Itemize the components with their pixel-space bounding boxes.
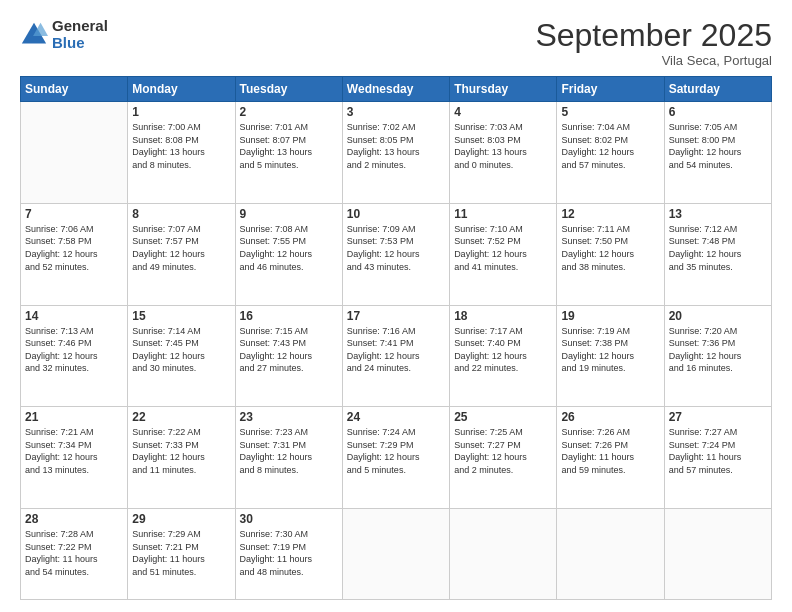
calendar-cell: 30Sunrise: 7:30 AM Sunset: 7:19 PM Dayli… [235, 508, 342, 599]
calendar-cell: 17Sunrise: 7:16 AM Sunset: 7:41 PM Dayli… [342, 305, 449, 407]
day-number: 26 [561, 410, 659, 424]
day-info: Sunrise: 7:10 AM Sunset: 7:52 PM Dayligh… [454, 223, 552, 273]
day-number: 16 [240, 309, 338, 323]
calendar-cell [557, 508, 664, 599]
day-header: Wednesday [342, 77, 449, 102]
calendar-cell: 15Sunrise: 7:14 AM Sunset: 7:45 PM Dayli… [128, 305, 235, 407]
day-info: Sunrise: 7:02 AM Sunset: 8:05 PM Dayligh… [347, 121, 445, 171]
day-info: Sunrise: 7:24 AM Sunset: 7:29 PM Dayligh… [347, 426, 445, 476]
day-info: Sunrise: 7:12 AM Sunset: 7:48 PM Dayligh… [669, 223, 767, 273]
calendar-cell [450, 508, 557, 599]
day-info: Sunrise: 7:25 AM Sunset: 7:27 PM Dayligh… [454, 426, 552, 476]
calendar: SundayMondayTuesdayWednesdayThursdayFrid… [20, 76, 772, 600]
calendar-cell: 18Sunrise: 7:17 AM Sunset: 7:40 PM Dayli… [450, 305, 557, 407]
day-number: 17 [347, 309, 445, 323]
calendar-cell: 10Sunrise: 7:09 AM Sunset: 7:53 PM Dayli… [342, 203, 449, 305]
day-info: Sunrise: 7:04 AM Sunset: 8:02 PM Dayligh… [561, 121, 659, 171]
calendar-cell: 8Sunrise: 7:07 AM Sunset: 7:57 PM Daylig… [128, 203, 235, 305]
day-number: 30 [240, 512, 338, 526]
day-info: Sunrise: 7:30 AM Sunset: 7:19 PM Dayligh… [240, 528, 338, 578]
calendar-cell: 3Sunrise: 7:02 AM Sunset: 8:05 PM Daylig… [342, 102, 449, 204]
day-number: 20 [669, 309, 767, 323]
day-info: Sunrise: 7:16 AM Sunset: 7:41 PM Dayligh… [347, 325, 445, 375]
calendar-cell: 29Sunrise: 7:29 AM Sunset: 7:21 PM Dayli… [128, 508, 235, 599]
day-info: Sunrise: 7:06 AM Sunset: 7:58 PM Dayligh… [25, 223, 123, 273]
day-info: Sunrise: 7:22 AM Sunset: 7:33 PM Dayligh… [132, 426, 230, 476]
day-info: Sunrise: 7:20 AM Sunset: 7:36 PM Dayligh… [669, 325, 767, 375]
day-header: Monday [128, 77, 235, 102]
day-number: 11 [454, 207, 552, 221]
calendar-cell: 4Sunrise: 7:03 AM Sunset: 8:03 PM Daylig… [450, 102, 557, 204]
day-info: Sunrise: 7:29 AM Sunset: 7:21 PM Dayligh… [132, 528, 230, 578]
calendar-cell: 6Sunrise: 7:05 AM Sunset: 8:00 PM Daylig… [664, 102, 771, 204]
page: General Blue September 2025 Vila Seca, P… [0, 0, 792, 612]
day-number: 24 [347, 410, 445, 424]
day-info: Sunrise: 7:19 AM Sunset: 7:38 PM Dayligh… [561, 325, 659, 375]
day-info: Sunrise: 7:07 AM Sunset: 7:57 PM Dayligh… [132, 223, 230, 273]
calendar-cell: 22Sunrise: 7:22 AM Sunset: 7:33 PM Dayli… [128, 407, 235, 509]
day-info: Sunrise: 7:17 AM Sunset: 7:40 PM Dayligh… [454, 325, 552, 375]
day-header: Saturday [664, 77, 771, 102]
day-number: 28 [25, 512, 123, 526]
calendar-cell: 11Sunrise: 7:10 AM Sunset: 7:52 PM Dayli… [450, 203, 557, 305]
day-info: Sunrise: 7:11 AM Sunset: 7:50 PM Dayligh… [561, 223, 659, 273]
day-info: Sunrise: 7:15 AM Sunset: 7:43 PM Dayligh… [240, 325, 338, 375]
day-info: Sunrise: 7:23 AM Sunset: 7:31 PM Dayligh… [240, 426, 338, 476]
day-info: Sunrise: 7:13 AM Sunset: 7:46 PM Dayligh… [25, 325, 123, 375]
header: General Blue September 2025 Vila Seca, P… [20, 18, 772, 68]
day-info: Sunrise: 7:01 AM Sunset: 8:07 PM Dayligh… [240, 121, 338, 171]
day-number: 23 [240, 410, 338, 424]
day-number: 22 [132, 410, 230, 424]
logo-blue: Blue [52, 35, 108, 52]
day-info: Sunrise: 7:00 AM Sunset: 8:08 PM Dayligh… [132, 121, 230, 171]
calendar-cell [21, 102, 128, 204]
day-info: Sunrise: 7:08 AM Sunset: 7:55 PM Dayligh… [240, 223, 338, 273]
logo-general: General [52, 18, 108, 35]
day-number: 2 [240, 105, 338, 119]
calendar-cell: 14Sunrise: 7:13 AM Sunset: 7:46 PM Dayli… [21, 305, 128, 407]
calendar-cell: 9Sunrise: 7:08 AM Sunset: 7:55 PM Daylig… [235, 203, 342, 305]
day-number: 13 [669, 207, 767, 221]
day-number: 5 [561, 105, 659, 119]
calendar-cell: 21Sunrise: 7:21 AM Sunset: 7:34 PM Dayli… [21, 407, 128, 509]
calendar-cell: 28Sunrise: 7:28 AM Sunset: 7:22 PM Dayli… [21, 508, 128, 599]
title-area: September 2025 Vila Seca, Portugal [535, 18, 772, 68]
day-number: 14 [25, 309, 123, 323]
day-number: 8 [132, 207, 230, 221]
calendar-cell: 23Sunrise: 7:23 AM Sunset: 7:31 PM Dayli… [235, 407, 342, 509]
day-info: Sunrise: 7:28 AM Sunset: 7:22 PM Dayligh… [25, 528, 123, 578]
calendar-cell: 24Sunrise: 7:24 AM Sunset: 7:29 PM Dayli… [342, 407, 449, 509]
logo-text: General Blue [52, 18, 108, 51]
calendar-cell: 5Sunrise: 7:04 AM Sunset: 8:02 PM Daylig… [557, 102, 664, 204]
calendar-cell: 27Sunrise: 7:27 AM Sunset: 7:24 PM Dayli… [664, 407, 771, 509]
logo: General Blue [20, 18, 108, 51]
day-info: Sunrise: 7:14 AM Sunset: 7:45 PM Dayligh… [132, 325, 230, 375]
day-number: 12 [561, 207, 659, 221]
day-info: Sunrise: 7:26 AM Sunset: 7:26 PM Dayligh… [561, 426, 659, 476]
day-header: Sunday [21, 77, 128, 102]
day-number: 7 [25, 207, 123, 221]
day-header: Thursday [450, 77, 557, 102]
calendar-cell: 13Sunrise: 7:12 AM Sunset: 7:48 PM Dayli… [664, 203, 771, 305]
month-title: September 2025 [535, 18, 772, 53]
day-number: 15 [132, 309, 230, 323]
day-info: Sunrise: 7:21 AM Sunset: 7:34 PM Dayligh… [25, 426, 123, 476]
day-number: 18 [454, 309, 552, 323]
day-header: Friday [557, 77, 664, 102]
day-number: 10 [347, 207, 445, 221]
day-number: 4 [454, 105, 552, 119]
calendar-cell: 7Sunrise: 7:06 AM Sunset: 7:58 PM Daylig… [21, 203, 128, 305]
day-info: Sunrise: 7:09 AM Sunset: 7:53 PM Dayligh… [347, 223, 445, 273]
calendar-cell: 2Sunrise: 7:01 AM Sunset: 8:07 PM Daylig… [235, 102, 342, 204]
calendar-cell: 1Sunrise: 7:00 AM Sunset: 8:08 PM Daylig… [128, 102, 235, 204]
calendar-cell: 20Sunrise: 7:20 AM Sunset: 7:36 PM Dayli… [664, 305, 771, 407]
day-info: Sunrise: 7:05 AM Sunset: 8:00 PM Dayligh… [669, 121, 767, 171]
day-number: 6 [669, 105, 767, 119]
day-info: Sunrise: 7:03 AM Sunset: 8:03 PM Dayligh… [454, 121, 552, 171]
calendar-cell: 16Sunrise: 7:15 AM Sunset: 7:43 PM Dayli… [235, 305, 342, 407]
day-info: Sunrise: 7:27 AM Sunset: 7:24 PM Dayligh… [669, 426, 767, 476]
day-number: 3 [347, 105, 445, 119]
calendar-cell: 12Sunrise: 7:11 AM Sunset: 7:50 PM Dayli… [557, 203, 664, 305]
day-number: 29 [132, 512, 230, 526]
logo-icon [20, 21, 48, 49]
